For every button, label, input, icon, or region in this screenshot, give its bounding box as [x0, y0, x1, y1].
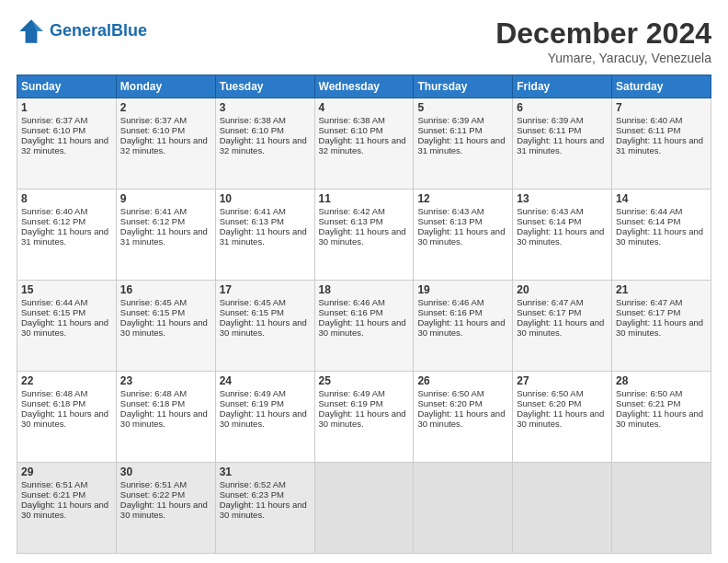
- daylight-label: Daylight: 11 hours and 31 minutes.: [417, 135, 505, 155]
- calendar-cell: 2 Sunrise: 6:37 AM Sunset: 6:10 PM Dayli…: [116, 98, 215, 190]
- sunset-label: Sunset: 6:13 PM: [417, 216, 482, 226]
- sunrise-label: Sunrise: 6:49 AM: [319, 388, 385, 398]
- sunrise-label: Sunrise: 6:51 AM: [21, 479, 87, 489]
- sunrise-label: Sunrise: 6:39 AM: [517, 115, 583, 125]
- calendar-cell: 20 Sunrise: 6:47 AM Sunset: 6:17 PM Dayl…: [513, 281, 612, 372]
- calendar-cell: [612, 463, 711, 554]
- daylight-label: Daylight: 11 hours and 31 minutes.: [517, 135, 604, 155]
- calendar-cell: 11 Sunrise: 6:42 AM Sunset: 6:13 PM Dayl…: [314, 190, 414, 281]
- day-number: 28: [616, 374, 707, 387]
- day-number: 13: [517, 192, 608, 205]
- sunrise-label: Sunrise: 6:50 AM: [517, 388, 583, 398]
- day-number: 7: [616, 101, 707, 114]
- day-number: 8: [21, 192, 112, 205]
- day-number: 30: [120, 465, 211, 478]
- sunrise-label: Sunrise: 6:45 AM: [220, 297, 286, 307]
- calendar-cell: 12 Sunrise: 6:43 AM Sunset: 6:13 PM Dayl…: [414, 190, 513, 281]
- sunset-label: Sunset: 6:10 PM: [319, 125, 383, 135]
- sunset-label: Sunset: 6:10 PM: [120, 125, 185, 135]
- day-number: 23: [120, 374, 211, 387]
- sunset-label: Sunset: 6:11 PM: [616, 125, 680, 135]
- daylight-label: Daylight: 11 hours and 30 minutes.: [21, 408, 108, 429]
- sunrise-label: Sunrise: 6:47 AM: [616, 297, 682, 307]
- daylight-label: Daylight: 11 hours and 32 minutes.: [319, 135, 406, 155]
- month-title: December 2024: [495, 17, 711, 51]
- sunrise-label: Sunrise: 6:48 AM: [21, 388, 87, 398]
- day-number: 12: [417, 192, 508, 205]
- sunset-label: Sunset: 6:17 PM: [517, 307, 581, 317]
- daylight-label: Daylight: 11 hours and 30 minutes.: [417, 408, 505, 429]
- sunset-label: Sunset: 6:10 PM: [21, 125, 85, 135]
- daylight-label: Daylight: 11 hours and 30 minutes.: [417, 317, 505, 338]
- day-number: 24: [220, 374, 311, 387]
- sunrise-label: Sunrise: 6:38 AM: [319, 115, 385, 125]
- daylight-label: Daylight: 11 hours and 30 minutes.: [517, 408, 604, 429]
- sunset-label: Sunset: 6:15 PM: [21, 307, 85, 317]
- week-row-4: 22 Sunrise: 6:48 AM Sunset: 6:18 PM Dayl…: [17, 372, 711, 463]
- calendar-cell: 10 Sunrise: 6:41 AM Sunset: 6:13 PM Dayl…: [215, 190, 314, 281]
- sunset-label: Sunset: 6:20 PM: [417, 398, 482, 408]
- sunset-label: Sunset: 6:20 PM: [517, 398, 581, 408]
- weekday-thursday: Thursday: [414, 75, 513, 98]
- daylight-label: Daylight: 11 hours and 30 minutes.: [319, 408, 406, 429]
- day-number: 17: [220, 283, 311, 296]
- calendar-cell: 31 Sunrise: 6:52 AM Sunset: 6:23 PM Dayl…: [215, 463, 314, 554]
- sunset-label: Sunset: 6:13 PM: [319, 216, 383, 226]
- logo-icon: [17, 17, 46, 46]
- calendar-cell: 24 Sunrise: 6:49 AM Sunset: 6:19 PM Dayl…: [215, 372, 314, 463]
- day-number: 3: [220, 101, 311, 114]
- daylight-label: Daylight: 11 hours and 30 minutes.: [120, 317, 208, 338]
- day-number: 2: [120, 101, 211, 114]
- sunset-label: Sunset: 6:17 PM: [616, 307, 680, 317]
- calendar-cell: 16 Sunrise: 6:45 AM Sunset: 6:15 PM Dayl…: [116, 281, 215, 372]
- day-number: 26: [417, 374, 508, 387]
- week-row-3: 15 Sunrise: 6:44 AM Sunset: 6:15 PM Dayl…: [17, 281, 711, 372]
- day-number: 11: [319, 192, 410, 205]
- sunrise-label: Sunrise: 6:50 AM: [616, 388, 682, 398]
- sunset-label: Sunset: 6:21 PM: [21, 489, 85, 500]
- logo-blue-text: Blue: [111, 21, 147, 40]
- sunset-label: Sunset: 6:19 PM: [319, 398, 383, 408]
- daylight-label: Daylight: 11 hours and 30 minutes.: [220, 317, 307, 338]
- calendar-cell: 22 Sunrise: 6:48 AM Sunset: 6:18 PM Dayl…: [17, 372, 117, 463]
- week-row-1: 1 Sunrise: 6:37 AM Sunset: 6:10 PM Dayli…: [17, 98, 711, 190]
- sunset-label: Sunset: 6:14 PM: [517, 216, 581, 226]
- logo: GeneralBlue: [17, 17, 147, 46]
- sunrise-label: Sunrise: 6:45 AM: [120, 297, 187, 307]
- weekday-monday: Monday: [116, 75, 215, 98]
- sunset-label: Sunset: 6:23 PM: [220, 489, 284, 500]
- day-number: 19: [417, 283, 508, 296]
- location: Yumare, Yaracuy, Venezuela: [495, 51, 711, 65]
- calendar-cell: 23 Sunrise: 6:48 AM Sunset: 6:18 PM Dayl…: [116, 372, 215, 463]
- logo-text: GeneralBlue: [50, 22, 147, 40]
- day-number: 27: [517, 374, 608, 387]
- calendar-cell: [513, 463, 612, 554]
- sunset-label: Sunset: 6:18 PM: [21, 398, 85, 408]
- day-number: 16: [120, 283, 211, 296]
- weekday-wednesday: Wednesday: [314, 75, 414, 98]
- sunset-label: Sunset: 6:14 PM: [616, 216, 680, 226]
- day-number: 18: [319, 283, 410, 296]
- sunset-label: Sunset: 6:16 PM: [417, 307, 482, 317]
- page: GeneralBlue December 2024 Yumare, Yaracu…: [0, 0, 728, 563]
- sunrise-label: Sunrise: 6:37 AM: [120, 115, 187, 125]
- calendar-cell: 15 Sunrise: 6:44 AM Sunset: 6:15 PM Dayl…: [17, 281, 117, 372]
- daylight-label: Daylight: 11 hours and 30 minutes.: [21, 500, 108, 520]
- day-number: 25: [319, 374, 410, 387]
- calendar-cell: 4 Sunrise: 6:38 AM Sunset: 6:10 PM Dayli…: [314, 98, 414, 190]
- sunset-label: Sunset: 6:21 PM: [616, 398, 680, 408]
- sunset-label: Sunset: 6:10 PM: [220, 125, 284, 135]
- calendar-cell: 19 Sunrise: 6:46 AM Sunset: 6:16 PM Dayl…: [414, 281, 513, 372]
- sunset-label: Sunset: 6:11 PM: [517, 125, 581, 135]
- daylight-label: Daylight: 11 hours and 31 minutes.: [21, 226, 108, 247]
- calendar-cell: [414, 463, 513, 554]
- sunset-label: Sunset: 6:13 PM: [220, 216, 284, 226]
- calendar-cell: 30 Sunrise: 6:51 AM Sunset: 6:22 PM Dayl…: [116, 463, 215, 554]
- sunrise-label: Sunrise: 6:40 AM: [21, 206, 87, 216]
- sunrise-label: Sunrise: 6:43 AM: [417, 206, 483, 216]
- sunrise-label: Sunrise: 6:49 AM: [220, 388, 286, 398]
- calendar-cell: 17 Sunrise: 6:45 AM Sunset: 6:15 PM Dayl…: [215, 281, 314, 372]
- day-number: 29: [21, 465, 112, 478]
- sunrise-label: Sunrise: 6:43 AM: [517, 206, 583, 216]
- daylight-label: Daylight: 11 hours and 30 minutes.: [616, 317, 703, 338]
